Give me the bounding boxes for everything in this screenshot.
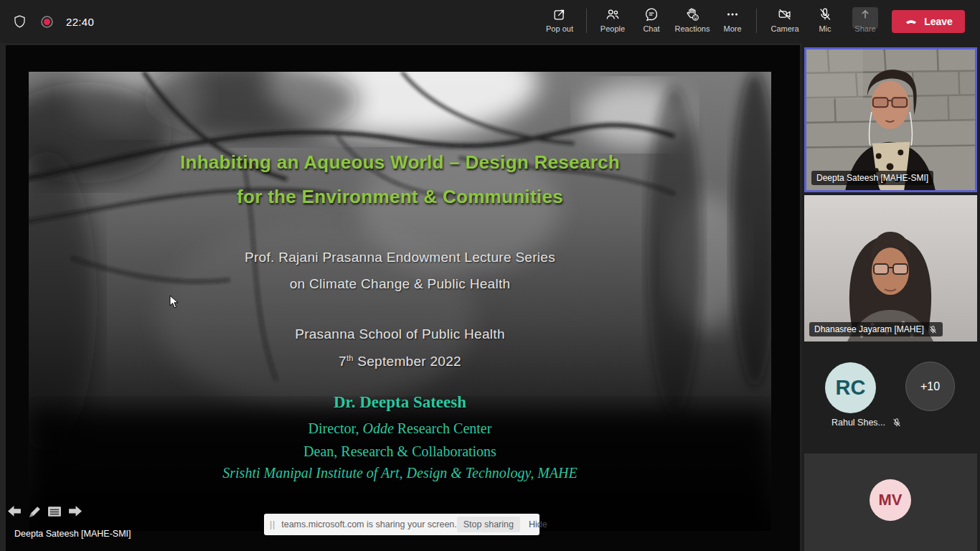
recording-indicator-icon (39, 14, 55, 29)
chat-label: Chat (643, 24, 659, 33)
reactions-icon (684, 6, 700, 22)
muted-mic-icon (892, 418, 902, 428)
next-slide-button[interactable] (67, 504, 83, 519)
pop-out-label: Pop out (546, 24, 573, 33)
avatar-initials: MV (879, 491, 903, 509)
video-feed-deepta (806, 50, 975, 190)
share-label: Share (854, 24, 875, 33)
meeting-status-group: 22:40 (11, 0, 94, 43)
date-rest: September 2022 (354, 354, 461, 369)
participant-name: Rahul Shes... (831, 418, 885, 428)
overflow-count: +10 (920, 380, 940, 393)
date-ordinal: th (347, 354, 354, 362)
presentation-slide: Inhabiting an Aqueous World – Design Res… (29, 72, 771, 531)
role1-prefix: Director, (308, 420, 363, 436)
participant-name: Dhanasree Jayaram [MAHE] (814, 324, 924, 334)
people-button[interactable]: People (593, 4, 633, 40)
slide-speaker-role1: Director, Odde Research Center (29, 420, 771, 437)
leave-label: Leave (924, 16, 953, 27)
participant-avatar-rc[interactable]: RC (825, 362, 876, 413)
share-button[interactable]: Share (847, 4, 884, 40)
forest-photo-background (29, 72, 771, 531)
participant-name-pill: Dhanasree Jayaram [MAHE] (809, 322, 943, 336)
video-tile-deepta[interactable]: Deepta Sateesh [MAHE-SMI] (804, 47, 977, 192)
browser-share-bar: || teams.microsoft.com is sharing your s… (264, 514, 540, 535)
mic-off-icon (817, 6, 833, 22)
slide-series-line1: Prof. Rajani Prasanna Endowment Lecture … (29, 250, 771, 265)
hang-up-icon (904, 14, 918, 29)
more-button[interactable]: More (715, 4, 750, 40)
shared-screen-stage: Inhabiting an Aqueous World – Design Res… (6, 45, 800, 551)
participant-name: Deepta Sateesh [MAHE-SMI] (816, 173, 928, 183)
video-tile-mv[interactable]: MV (804, 453, 977, 551)
role1-suffix: Research Center (394, 420, 492, 436)
overflow-participants-badge[interactable]: +10 (905, 362, 955, 411)
pop-out-button[interactable]: Pop out (540, 4, 580, 40)
slide-speaker-affiliation: Srishti Manipal Institute of Art, Design… (29, 465, 771, 481)
meeting-toolbar: 22:40 Pop out People Chat (0, 0, 980, 43)
hide-share-bar-button[interactable]: Hide (524, 517, 552, 532)
share-screen-icon (857, 6, 873, 22)
presenter-name-label: Deepta Sateesh [MAHE-SMI] (14, 529, 131, 539)
video-tile-dhanasree[interactable]: Dhanasree Jayaram [MAHE] (804, 195, 977, 342)
participant-label-row: Rahul Shes... (809, 418, 924, 428)
meeting-timer: 22:40 (66, 16, 94, 28)
reactions-button[interactable]: Reactions (670, 4, 715, 40)
chat-button[interactable]: Chat (634, 4, 669, 40)
mic-button[interactable]: Mic (808, 4, 842, 40)
slide-title-line1: Inhabiting an Aqueous World – Design Res… (29, 151, 771, 174)
muted-mic-icon (928, 325, 938, 334)
more-label: More (723, 24, 741, 33)
slide-title-line2: for the Environment & Communities (29, 186, 771, 208)
participant-name-pill: Deepta Sateesh [MAHE-SMI] (811, 171, 933, 185)
pen-tool-button[interactable] (27, 504, 42, 519)
role1-emphasis: Odde (362, 420, 393, 436)
pop-out-icon (552, 6, 567, 22)
slide-speaker-name: Dr. Deepta Sateesh (29, 393, 771, 412)
drag-handle[interactable]: || (270, 519, 275, 529)
reactions-label: Reactions (675, 24, 710, 33)
previous-slide-button[interactable] (7, 504, 22, 519)
participants-sidebar: Deepta Sateesh [MAHE-SMI] (802, 43, 980, 551)
slide-date-line: 7th September 2022 (29, 354, 771, 369)
more-icon (725, 6, 740, 22)
participant-avatar-mv: MV (870, 479, 911, 521)
share-message: teams.microsoft.com is sharing your scre… (281, 519, 457, 529)
camera-button[interactable]: Camera (765, 4, 805, 40)
camera-off-icon (777, 6, 793, 22)
slide-speaker-role2: Dean, Research & Collaborations (29, 443, 771, 460)
stop-sharing-button[interactable]: Stop sharing (457, 517, 520, 532)
mouse-cursor (169, 295, 179, 309)
camera-label: Camera (771, 24, 798, 33)
people-label: People (600, 24, 625, 33)
slide-overview-button[interactable] (47, 504, 62, 519)
slide-series-line2: on Climate Change & Public Health (29, 276, 771, 292)
people-icon (605, 6, 621, 22)
avatar-initials: RC (836, 376, 866, 400)
shield-icon[interactable] (11, 14, 28, 30)
video-feed-dhanasree (804, 195, 977, 342)
slide-school-line: Prasanna School of Public Health (29, 326, 771, 342)
toolbar-divider (586, 9, 587, 33)
slideshow-controls (7, 504, 83, 519)
mic-label: Mic (819, 24, 831, 33)
date-day: 7 (339, 354, 347, 369)
leave-button[interactable]: Leave (892, 10, 965, 33)
toolbar-divider (756, 9, 757, 33)
chat-icon (644, 6, 659, 22)
